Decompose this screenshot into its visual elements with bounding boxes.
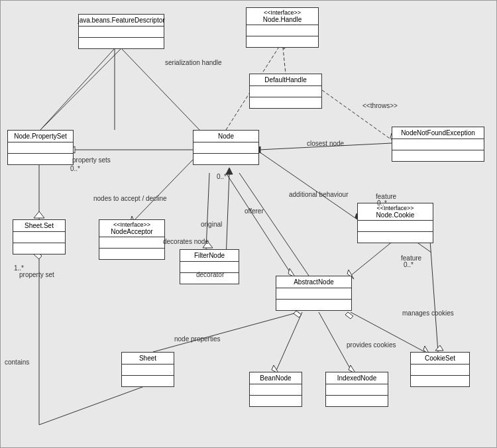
feature-descriptor-name: java.beans.FeatureDescriptor <box>78 17 164 24</box>
label-contains: contains <box>5 359 29 366</box>
node-not-found-name: NodeNotFoundException <box>401 129 475 137</box>
feature-descriptor-body2 <box>79 37 164 48</box>
sheet-box: Sheet <box>121 352 174 387</box>
label-0star-4: 0..* <box>217 173 227 180</box>
node-handle-name: Node.Handle <box>263 16 302 23</box>
cookie-set-header: CookieSet <box>411 353 469 364</box>
node-cookie-body <box>358 221 433 231</box>
node-property-set-name: Node.PropertySet <box>14 133 67 140</box>
svg-line-30 <box>430 241 438 352</box>
indexed-node-body <box>326 384 388 395</box>
filter-node-box: FilterNode <box>180 249 239 284</box>
default-handle-body <box>250 86 321 97</box>
label-provides-cookies: provides cookies <box>347 341 396 349</box>
svg-marker-31 <box>435 345 443 351</box>
label-decorates-node: decorates node <box>163 238 209 245</box>
node-cookie-body2 <box>358 231 433 243</box>
sheet-set-name: Sheet.Set <box>25 222 54 229</box>
uml-diagram: java.beans.FeatureDescriptor <<Interface… <box>0 0 497 448</box>
indexed-node-name: IndexedNode <box>337 374 377 382</box>
node-acceptor-header: <<Interface>> NodeAcceptor <box>99 220 164 237</box>
sheet-set-box: Sheet.Set <box>13 219 66 254</box>
feature-descriptor-box: java.beans.FeatureDescriptor <box>78 14 164 49</box>
svg-line-2 <box>40 48 121 130</box>
svg-marker-16 <box>34 211 44 218</box>
node-handle-header: <<Interface>> Node.Handle <box>247 8 318 25</box>
node-handle-body2 <box>247 36 318 47</box>
svg-line-39 <box>39 385 148 425</box>
node-handle-body <box>247 25 318 36</box>
node-not-found-body <box>392 139 484 150</box>
svg-line-28 <box>259 152 357 219</box>
label-0star-3: 0..* <box>404 261 414 268</box>
svg-line-25 <box>239 173 309 276</box>
indexed-node-header: IndexedNode <box>326 372 388 384</box>
node-acceptor-body2 <box>99 248 164 259</box>
sheet-name: Sheet <box>139 355 156 362</box>
label-0star-1: 0..* <box>70 165 80 172</box>
svg-line-3 <box>40 48 115 130</box>
default-handle-box: DefaultHandle <box>249 74 322 109</box>
cookie-set-body2 <box>411 375 469 386</box>
node-not-found-box: NodeNotFoundException <box>392 127 484 162</box>
label-original: original <box>201 221 222 228</box>
bean-node-name: BeanNode <box>260 374 291 382</box>
svg-marker-36 <box>294 311 302 317</box>
label-offerer: offerer <box>245 207 264 215</box>
default-handle-body2 <box>250 97 321 108</box>
filter-node-name: FilterNode <box>194 252 225 259</box>
bean-node-body2 <box>250 395 302 406</box>
label-nodes-accept: nodes to accept / decline <box>93 195 167 202</box>
label-decorator: decorator <box>196 271 224 278</box>
node-handle-box: <<Interface>> Node.Handle <box>246 7 319 48</box>
abstract-node-box: AbstractNode <box>276 276 352 311</box>
node-property-set-body <box>8 142 73 153</box>
node-acceptor-stereotype: <<Interface>> <box>113 221 150 228</box>
bean-node-box: BeanNode <box>249 372 302 407</box>
abstract-node-body <box>276 288 351 299</box>
svg-marker-22 <box>226 168 233 174</box>
label-manages-cookies: manages cookies <box>402 309 454 317</box>
abstract-node-name: AbstractNode <box>294 278 334 286</box>
sheet-set-body <box>13 232 65 243</box>
label-property-sets: property sets <box>72 156 111 164</box>
indexed-node-body2 <box>326 395 388 406</box>
label-property-set: property set <box>19 271 54 278</box>
sheet-body <box>122 364 174 375</box>
svg-line-41 <box>276 312 302 372</box>
sheet-set-header: Sheet.Set <box>13 220 65 232</box>
node-name: Node <box>218 133 234 140</box>
node-cookie-box: <<Interface>> Node.Cookie <box>357 203 433 243</box>
feature-descriptor-body <box>79 27 164 37</box>
label-node-properties: node properties <box>174 335 221 343</box>
cookie-set-box: CookieSet <box>410 352 470 387</box>
svg-marker-34 <box>345 312 353 319</box>
label-throws: <<throws>> <box>362 102 398 109</box>
feature-descriptor-header: java.beans.FeatureDescriptor <box>79 15 164 27</box>
svg-line-26 <box>351 241 394 276</box>
node-handle-stereotype: <<Interface>> <box>264 9 301 16</box>
label-closest-node: closest node <box>307 140 344 147</box>
default-handle-header: DefaultHandle <box>250 74 321 86</box>
label-serialization-handle: serialization handle <box>165 59 222 66</box>
label-additional-behaviour: additional behaviour <box>289 191 349 198</box>
svg-line-17 <box>132 160 193 223</box>
abstract-node-header: AbstractNode <box>276 276 351 288</box>
node-property-set-header: Node.PropertySet <box>8 131 73 142</box>
node-acceptor-name: NodeAcceptor <box>111 228 152 235</box>
cookie-set-body <box>411 364 469 375</box>
sheet-body2 <box>122 375 174 386</box>
filter-node-header: FilterNode <box>180 250 239 262</box>
node-not-found-body2 <box>392 150 484 161</box>
cookie-set-name: CookieSet <box>425 355 455 362</box>
node-body2 <box>193 153 258 164</box>
sheet-header: Sheet <box>122 353 174 364</box>
node-acceptor-box: <<Interface>> NodeAcceptor <box>99 219 165 260</box>
sheet-set-body2 <box>13 243 65 254</box>
indexed-node-box: IndexedNode <box>325 372 388 407</box>
svg-line-21 <box>226 173 229 259</box>
bean-node-header: BeanNode <box>250 372 302 384</box>
node-property-set-body2 <box>8 153 73 164</box>
default-handle-name: DefaultHandle <box>264 76 306 84</box>
node-property-set-box: Node.PropertySet <box>7 130 74 165</box>
